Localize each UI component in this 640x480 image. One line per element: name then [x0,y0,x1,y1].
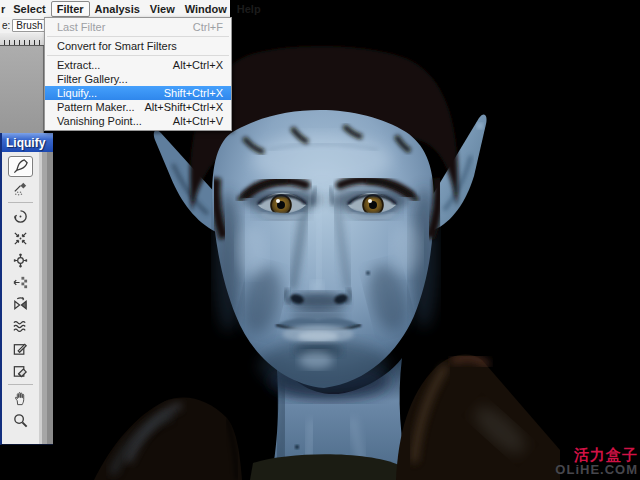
twirl-clockwise-icon [12,208,29,225]
liquify-body [2,152,53,444]
brush-preset-field[interactable]: Brush [12,19,46,32]
tool-mirror[interactable] [8,294,33,315]
menu-item-select[interactable]: Select [8,2,50,16]
bloat-icon [12,252,29,269]
liquify-title: Liquify [6,136,45,150]
menu-item-filter-gallery[interactable]: Filter Gallery... [45,72,231,86]
horizontal-ruler [0,33,44,46]
tool-reconstruct[interactable] [8,178,33,199]
pucker-icon [12,230,29,247]
menu-item-window[interactable]: Window [180,2,232,16]
watermark-site: OLiHE.COM [555,463,638,476]
menu-item-liquify[interactable]: Liquify... Shift+Ctrl+X [45,86,231,100]
liquify-dialog: Liquify [0,133,53,445]
liquify-preview-edge [39,152,53,444]
liquify-title-bar[interactable]: Liquify [2,133,53,152]
reconstruct-icon [12,180,29,197]
menu-item-filter[interactable]: Filter [51,1,90,17]
menu-item-last-filter: Last Filter Ctrl+F [45,20,231,34]
watermark: 活力盒子 OLiHE.COM [555,447,638,476]
menu-item-help[interactable]: Help [232,2,266,16]
tool-thaw-mask[interactable] [8,360,33,381]
freeze-mask-icon [12,340,29,357]
menu-bar: r Select Filter Analysis View Window Hel… [0,0,230,17]
push-left-icon [12,274,29,291]
menu-item-convert-smart-filters[interactable]: Convert for Smart Filters [45,39,231,53]
menu-item-analysis[interactable]: Analysis [90,2,145,16]
menu-item-vanishing-point[interactable]: Vanishing Point... Alt+Ctrl+V [45,114,231,128]
menu-item-extract[interactable]: Extract... Alt+Ctrl+X [45,58,231,72]
watermark-chinese: 活力盒子 [555,447,638,462]
tool-hand[interactable] [8,388,33,409]
mode-label-fragment: e: [2,20,10,31]
toolbar-separator [8,202,33,203]
mirror-icon [12,296,29,313]
photoshop-window: 活力盒子 OLiHE.COM r Select Filter Analysis … [0,0,640,480]
tool-push-left[interactable] [8,272,33,293]
toolbar-separator [8,384,33,385]
tool-twirl-clockwise[interactable] [8,206,33,227]
menu-separator [47,36,229,37]
zoom-icon [12,412,29,429]
tool-zoom[interactable] [8,410,33,431]
options-bar-fragment: e: Brush [0,17,44,33]
tool-forward-warp[interactable] [8,156,33,177]
menu-item-pattern-maker[interactable]: Pattern Maker... Alt+Shift+Ctrl+X [45,100,231,114]
menu-item-partial[interactable]: r [0,2,8,16]
thaw-mask-icon [12,362,29,379]
tool-freeze-mask[interactable] [8,338,33,359]
tool-pucker[interactable] [8,228,33,249]
liquify-toolbar [2,152,39,444]
canvas-workspace-edge [0,46,44,133]
tool-turbulence[interactable] [8,316,33,337]
menu-item-view[interactable]: View [145,2,180,16]
turbulence-icon [12,318,29,335]
hand-icon [12,390,29,407]
forward-warp-icon [12,158,29,175]
menu-separator [47,55,229,56]
tool-bloat[interactable] [8,250,33,271]
filter-dropdown-menu: Last Filter Ctrl+F Convert for Smart Fil… [44,17,232,131]
